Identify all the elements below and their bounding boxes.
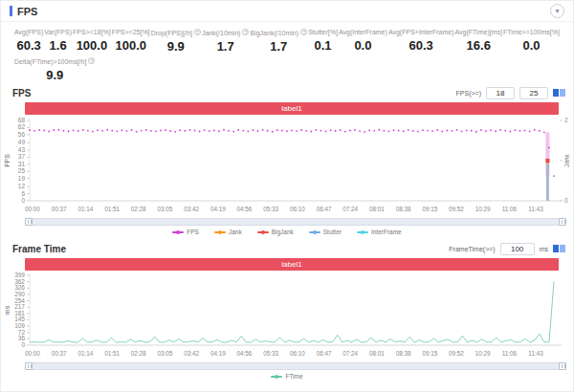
legend-item-ftime[interactable]: FTime (271, 373, 302, 380)
legend-label: BigJank (272, 229, 294, 235)
datazoom-handle-left[interactable] (25, 362, 33, 370)
summary-stats-row-2: Delta(FTime)>100ms[/h]?9.9 (1, 54, 573, 82)
svg-text:00:37: 00:37 (52, 206, 67, 212)
perf-report-panel: FPS ▾ Avg(FPS)60.3Var(FPS)1.6FPS>=18[%]1… (0, 0, 574, 392)
legend-item-jank[interactable]: Jank (214, 229, 242, 235)
svg-text:04:19: 04:19 (210, 350, 226, 357)
svg-text:49: 49 (18, 139, 26, 145)
fps-threshold-min-input[interactable] (486, 87, 515, 99)
panel-header: FPS ▾ (1, 1, 573, 22)
chart-settings-icon[interactable] (553, 89, 565, 97)
svg-text:03:42: 03:42 (184, 206, 199, 212)
frametime-threshold-input[interactable] (500, 243, 535, 255)
panel-title: FPS (17, 6, 37, 17)
stat-value: 0.0 (339, 38, 387, 53)
frametime-chart-label-band: label1 (25, 258, 559, 271)
info-icon[interactable]: ? (242, 29, 249, 35)
stat-value: 1.7 (251, 39, 308, 54)
stat-stutter: Stutter[%]0.1 (308, 29, 338, 54)
legend-label: FTime (285, 373, 302, 380)
stat-label: Avg(FPS) (14, 29, 43, 35)
svg-text:62: 62 (18, 123, 26, 130)
svg-text:07:24: 07:24 (342, 206, 358, 212)
svg-text:19: 19 (18, 175, 26, 182)
datazoom-handle-left[interactable] (25, 218, 33, 226)
frametime-chart-scrollbar[interactable] (25, 362, 566, 370)
stat-label: Jank(/10min)? (202, 29, 249, 36)
svg-text:01:51: 01:51 (104, 206, 120, 212)
svg-text:11:43: 11:43 (528, 206, 543, 212)
frametime-chart[interactable]: 39936232629025421718114510972360ms00:000… (1, 271, 574, 362)
svg-text:03:42: 03:42 (184, 350, 199, 357)
legend-item-fps[interactable]: FPS (172, 229, 199, 235)
svg-text:08:38: 08:38 (396, 350, 411, 357)
stat-label: Avg(InterFrame) (339, 29, 387, 35)
svg-text:12: 12 (18, 183, 26, 189)
svg-text:06:10: 06:10 (290, 350, 305, 357)
svg-text:10:29: 10:29 (475, 206, 491, 212)
stat-drop-fps-h: Drop(FPS)[/h]?9.9 (151, 29, 201, 54)
legend-marker-icon (172, 231, 184, 233)
chevron-down-icon: ▾ (555, 8, 559, 15)
fps-section-header: FPS FPS(>=) (1, 85, 573, 100)
legend-label: Jank (229, 229, 242, 235)
stat-label: Delta(FTime)>100ms[/h]? (14, 57, 95, 65)
fps-chart-label-band: label1 (25, 102, 559, 115)
svg-text:09:52: 09:52 (449, 206, 464, 212)
svg-text:Jank: Jank (563, 153, 570, 166)
stat-value: 60.3 (14, 38, 43, 53)
stat-value: 16.6 (455, 38, 502, 53)
stat-value: 1.6 (44, 38, 72, 53)
frametime-chart-legend: FTime (1, 370, 573, 382)
svg-text:02:28: 02:28 (131, 206, 146, 212)
svg-text:09:15: 09:15 (422, 350, 437, 357)
svg-text:08:01: 08:01 (369, 350, 385, 357)
info-icon[interactable]: ? (88, 57, 95, 64)
svg-text:08:38: 08:38 (396, 206, 411, 212)
datazoom-handle-right[interactable] (559, 218, 566, 226)
stat-value: 0.0 (503, 38, 560, 53)
svg-text:06:47: 06:47 (317, 206, 332, 212)
legend-item-bigjank[interactable]: BigJank (257, 229, 294, 235)
legend-marker-icon (309, 231, 320, 233)
stat-bigjank-10min: BigJank(/10min)?1.7 (251, 29, 308, 54)
info-icon[interactable]: ? (194, 29, 201, 35)
stat-value: 60.3 (388, 38, 454, 53)
stat-label: Var(FPS) (44, 29, 72, 35)
svg-text:25: 25 (18, 167, 26, 174)
stat-label: Avg(FPS+InterFrame) (388, 29, 454, 35)
stat-avg-ftime-ms: Avg(FTime)[ms]16.6 (455, 29, 502, 54)
svg-text:00:37: 00:37 (52, 350, 67, 357)
frametime-threshold-label: FrameTime(>=) (449, 246, 495, 252)
svg-text:0: 0 (564, 197, 568, 204)
svg-text:00:00: 00:00 (25, 350, 40, 357)
collapse-panel-button[interactable]: ▾ (550, 4, 564, 18)
legend-item-stutter[interactable]: Stutter (309, 229, 342, 235)
stat-avg-fps: Avg(FPS)60.3 (14, 29, 43, 54)
svg-text:03:05: 03:05 (158, 350, 173, 357)
chart-settings-icon[interactable] (553, 245, 565, 252)
svg-text:04:56: 04:56 (237, 206, 253, 212)
stat-ftime-100ms: FTime>=100ms[%]0.0 (503, 29, 560, 54)
svg-text:04:19: 04:19 (210, 206, 226, 212)
fps-chart[interactable]: 6862564943373125191260FPS00:0000:3701:14… (1, 115, 574, 218)
fps-threshold-max-input[interactable] (519, 87, 548, 99)
datazoom-handle-right[interactable] (559, 362, 566, 370)
svg-text:08:01: 08:01 (369, 206, 385, 212)
info-icon[interactable]: ? (300, 29, 307, 35)
summary-stats-row: Avg(FPS)60.3Var(FPS)1.6FPS>=18[%]100.0FP… (1, 22, 573, 54)
stat-fps-25: FPS>=25[%]100.0 (112, 29, 150, 54)
stat-jank-10min: Jank(/10min)?1.7 (202, 29, 249, 54)
stat-label: FPS>=18[%] (73, 29, 111, 35)
stat-label: Drop(FPS)[/h]? (151, 29, 201, 36)
legend-item-interframe[interactable]: InterFrame (357, 229, 402, 235)
svg-text:37: 37 (18, 153, 26, 160)
stat-avg-interframe: Avg(InterFrame)0.0 (339, 29, 387, 54)
svg-text:68: 68 (18, 117, 26, 123)
legend-marker-icon (357, 231, 368, 233)
stat-value: 9.9 (14, 68, 95, 82)
svg-text:43: 43 (18, 146, 26, 153)
legend-label: FPS (187, 229, 199, 235)
stat-label: FPS>=25[%] (112, 29, 150, 35)
fps-chart-scrollbar[interactable] (25, 218, 566, 226)
